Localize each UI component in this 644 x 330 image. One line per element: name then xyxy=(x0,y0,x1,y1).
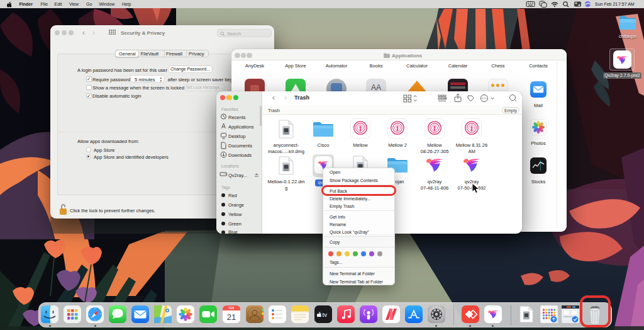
svg-text:tv: tv xyxy=(322,311,327,318)
svg-text:FEB: FEB xyxy=(229,307,235,310)
svg-text:21: 21 xyxy=(227,312,236,322)
